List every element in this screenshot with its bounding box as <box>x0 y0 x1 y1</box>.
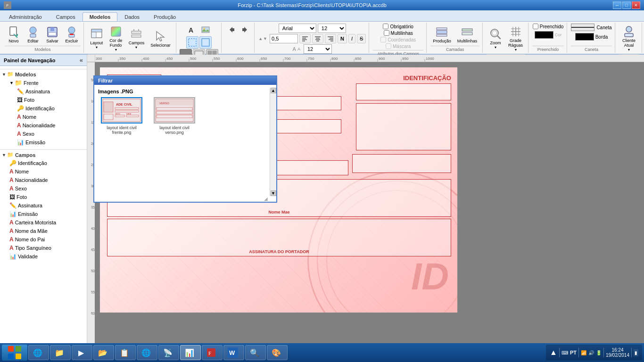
tab-administracao[interactable]: Administração <box>2 12 49 21</box>
multilinhas-check[interactable]: Multilinhas <box>384 30 413 36</box>
nav-item-frente-folder[interactable]: ▼ 📁 Frente <box>0 78 87 87</box>
scroll-down-btn[interactable]: ▼ <box>271 190 276 196</box>
campos-ribbon-button[interactable]: Campos ▾ <box>126 26 147 51</box>
nav-item-campos-nome[interactable]: A Nome <box>0 167 87 176</box>
taskbar-forzip-active[interactable]: 📊 <box>180 345 201 360</box>
nav-collapse-button[interactable]: « <box>80 57 83 64</box>
font-family-select[interactable]: Arial <box>279 24 316 33</box>
crop-tool-button[interactable] <box>199 36 212 49</box>
preenchido-check[interactable]: Preenchido <box>533 24 564 29</box>
svg-text:SEXO: SEXO <box>115 113 120 115</box>
nav-item-emissao[interactable]: 📊 Emissão <box>0 138 87 147</box>
tab-producao[interactable]: Produção <box>147 12 183 21</box>
taskbar-paint2[interactable]: 🎨 <box>267 345 288 360</box>
forward-button[interactable] <box>239 24 251 36</box>
editar-button[interactable]: Editar <box>24 24 42 45</box>
taskbar-media[interactable]: ▶ <box>72 345 92 360</box>
campos-foto-icon: 🖼 <box>9 194 15 200</box>
image-tool-button[interactable] <box>199 24 212 36</box>
font-size-select[interactable]: 12 <box>318 24 346 33</box>
zoom-button[interactable]: Zoom ▾ <box>487 26 504 51</box>
overlay-scrollbar[interactable]: ▲ ▼ <box>270 88 276 196</box>
taskbar-ie[interactable]: 🌐 <box>28 345 49 360</box>
nav-item-validade[interactable]: 📊 Validade <box>0 252 87 261</box>
nav-item-campos-foto[interactable]: 🖼 Foto <box>0 193 87 201</box>
nav-item-campos-assinatura[interactable]: ✏️ Assinatura <box>0 201 87 210</box>
nav-item-campos-identificacao[interactable]: 🔑 Identificação <box>0 159 87 167</box>
bold-button[interactable]: N <box>338 34 347 43</box>
start-button[interactable] <box>2 345 27 361</box>
nav-section-campos[interactable]: ▼ 📁 Campos <box>0 149 87 159</box>
font-size2-select[interactable]: 12 <box>304 44 332 54</box>
select-tool-button[interactable] <box>186 36 198 49</box>
maximize-button[interactable]: □ <box>622 1 631 9</box>
crop-icon <box>201 38 210 47</box>
spacing-input[interactable] <box>270 34 298 43</box>
nav-item-sexo[interactable]: A Sexo <box>0 130 87 138</box>
producao-button[interactable]: Produção <box>430 24 454 45</box>
nav-pane-title: Painel de Navegação <box>4 58 55 63</box>
layout-button[interactable]: Layout ▾ <box>88 26 106 51</box>
salvar-button[interactable]: Salvar <box>43 24 61 45</box>
taskbar-word[interactable]: W <box>223 345 244 360</box>
text-tool-button[interactable]: A <box>186 24 198 36</box>
cor-fundo-button[interactable]: Cor deFundo ▾ <box>107 24 125 53</box>
taskbar-task[interactable]: 📋 <box>115 345 136 360</box>
strikethrough-button[interactable]: S <box>357 34 366 43</box>
taskbar-files[interactable]: 📂 <box>93 345 114 360</box>
thumbnail-verso[interactable]: VERSO layout ident civil verso.png <box>151 97 198 135</box>
tray-clock[interactable]: 16:24 19/02/2014 <box>606 347 629 358</box>
taskbar-paint[interactable]: F <box>202 345 223 360</box>
nav-item-tipo-sanguineo[interactable]: A Tipo Sanguíneo <box>0 244 87 252</box>
mascara-check[interactable]: Máscara <box>386 43 411 49</box>
scroll-up-btn[interactable]: ▲ <box>271 88 276 93</box>
show-desktop-icon[interactable]: ▮ <box>634 349 638 356</box>
filtrar-header[interactable]: Filtrar <box>94 76 276 85</box>
tab-campos[interactable]: Campos <box>49 12 83 21</box>
nav-item-nome-mae[interactable]: A Nome da Mãe <box>0 227 87 235</box>
coordenadas-check[interactable]: Coordenadas <box>380 37 416 42</box>
align-right-button[interactable] <box>325 34 336 43</box>
thumbnail-frente[interactable]: ADE CIVIL SEXO DATA layout ident civil f… <box>98 97 145 135</box>
nav-section-modelos[interactable]: ▼ 📁 Modelos <box>0 69 87 78</box>
grade-raguas-button[interactable]: GradeRáguas ▾ <box>506 24 525 53</box>
selecionar-button[interactable]: Selecionar <box>148 28 173 49</box>
overlay-resize-handle[interactable]: ◢ <box>264 196 270 202</box>
border-color-swatch[interactable] <box>575 33 594 41</box>
nav-item-nome[interactable]: A Nome <box>0 113 87 121</box>
taskbar-explorer[interactable]: 📁 <box>50 345 71 360</box>
modelos-section-label: Modelos <box>15 72 36 77</box>
obrigatorio-check[interactable]: Obrigatório <box>383 24 413 29</box>
novo-button[interactable]: Novo <box>5 24 23 45</box>
nav-item-nome-pai[interactable]: A Nome do Pai <box>0 235 87 244</box>
nav-item-foto[interactable]: 🖼 Foto <box>0 96 87 104</box>
thumbnail-frente-img[interactable]: ADE CIVIL SEXO DATA <box>101 97 142 123</box>
color-swatch-black[interactable] <box>535 31 553 39</box>
cliente-atual-button[interactable]: ClienteAtual ▾ <box>620 24 638 53</box>
multilinhas-ribbon-button[interactable]: Multilinhas <box>455 24 480 45</box>
nav-item-campos-emissao[interactable]: 📊 Emissão <box>0 210 87 218</box>
italic-button[interactable]: I <box>348 34 355 43</box>
excluir-button[interactable]: Excluir <box>63 24 81 45</box>
nav-item-identificacao[interactable]: 🔑 Identificação <box>0 104 87 113</box>
photo-right-box <box>356 103 451 150</box>
minimize-button[interactable]: ─ <box>613 1 621 9</box>
thumbnail-verso-img[interactable]: VERSO <box>154 97 195 123</box>
taskbar-chrome[interactable]: 🌐 <box>137 345 157 360</box>
nav-item-assinatura[interactable]: ✏️ Assinatura <box>0 87 87 96</box>
tab-modelos[interactable]: Modelos <box>83 12 118 21</box>
nav-item-carteira-motorista[interactable]: A Carteira Motorista <box>0 218 87 227</box>
taskbar-network[interactable]: 📡 <box>158 345 179 360</box>
align-center-button[interactable] <box>312 34 323 43</box>
taskbar-search[interactable]: 🔍 <box>245 345 266 360</box>
close-button[interactable]: ✕ <box>632 1 640 9</box>
font-a-up-icon: A <box>293 46 296 52</box>
nav-item-campos-sexo[interactable]: A Sexo <box>0 184 87 193</box>
back-button[interactable] <box>225 24 238 36</box>
nav-item-campos-nacionalidade[interactable]: A Nacionalidade <box>0 176 87 184</box>
svg-marker-20 <box>157 32 164 41</box>
tab-dados[interactable]: Dados <box>117 12 147 21</box>
nav-item-nacionalidade[interactable]: A Nacionalidade <box>0 121 87 130</box>
line-style-picker[interactable] <box>571 24 594 31</box>
align-left-button[interactable] <box>299 34 311 43</box>
